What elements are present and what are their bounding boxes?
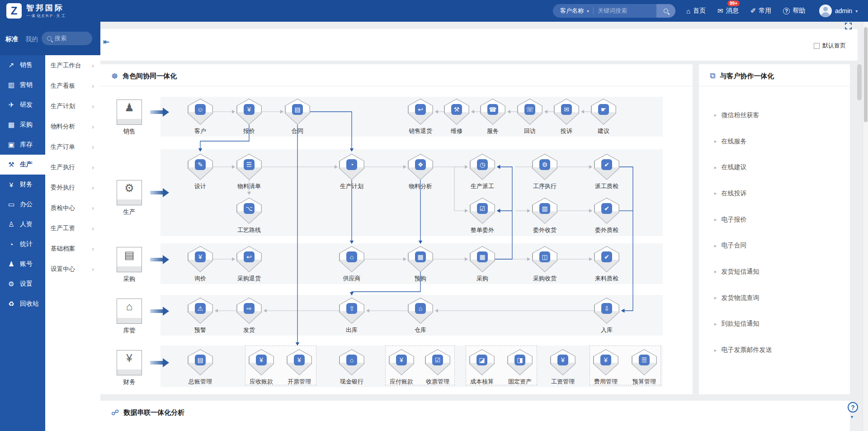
diagram-node[interactable]: ◫ 采购收货: [532, 246, 557, 272]
diagram-node[interactable]: ☛ 建议: [591, 99, 616, 125]
diagram-node[interactable]: ☑ 收票管理: [425, 349, 450, 375]
logo[interactable]: Z: [6, 3, 22, 19]
search-button[interactable]: [656, 4, 675, 18]
submenu-item[interactable]: 质检中心 ›: [45, 198, 100, 218]
diagram-node[interactable]: ☏ 回访: [517, 99, 542, 125]
help-fab[interactable]: ?: [848, 402, 858, 412]
submenu-item[interactable]: 生产订单 ›: [45, 137, 100, 157]
diagram-node[interactable]: ☰ 预算管理: [632, 349, 657, 375]
diagram-node[interactable]: ¥ 工资管理: [550, 349, 576, 375]
diagram-node[interactable]: ¥ 开票管理: [287, 349, 312, 375]
submenu-item[interactable]: 生产工作台 ›: [45, 55, 100, 76]
global-search[interactable]: 客户名称 ▾ 关键词搜索: [553, 4, 675, 18]
diagram-node[interactable]: ¥ 报价: [236, 99, 262, 125]
submenu-item[interactable]: 基础档案 ›: [45, 238, 100, 259]
diagram-node[interactable]: ⇩ 入库: [594, 298, 619, 324]
scrollbar[interactable]: [863, 22, 868, 431]
diagram-node[interactable]: ✔ 来料质检: [594, 246, 619, 272]
diagram-node[interactable]: ⚒ 维修: [444, 99, 469, 125]
sidebar-item[interactable]: ♻ 回收站: [0, 294, 45, 314]
sidebar-tab-standard[interactable]: 标准: [5, 35, 18, 43]
diagram-node[interactable]: ⇧ 出库: [339, 298, 364, 324]
sidebar-item[interactable]: ♟ 账号: [0, 254, 45, 274]
customer-panel-item[interactable]: ▸ 电子合同: [714, 232, 841, 259]
diagram-node[interactable]: ▤ 合同: [285, 99, 310, 125]
diagram-node[interactable]: ◨ 固定资产: [507, 349, 533, 375]
customer-panel-item[interactable]: ▸ 在线投诉: [714, 180, 841, 207]
customer-panel-item[interactable]: ▸ 电子发票邮件发送: [714, 337, 841, 363]
diagram-node[interactable]: ⌥ 工艺路线: [236, 198, 262, 224]
diagram-node[interactable]: ✔ 委外质检: [594, 198, 619, 224]
topbar-nav-item[interactable]: ? 帮助: [783, 7, 805, 15]
diagram-node[interactable]: ◷ 生产派工: [470, 154, 495, 180]
diagram-node[interactable]: ⇨ 发货: [236, 298, 262, 324]
diagram-node[interactable]: ☰ 物料清单: [236, 154, 262, 180]
sidebar-item[interactable]: ▦ 采购: [0, 115, 45, 135]
sidebar-item[interactable]: ¥ 财务: [0, 175, 45, 194]
diagram-node[interactable]: ▥ 委外收货: [532, 198, 557, 224]
diagram-node[interactable]: ▦ 预购: [408, 246, 433, 272]
sidebar-item[interactable]: ▥ 营销: [0, 75, 45, 95]
diagram-node[interactable]: ↩ 销售退货: [408, 99, 433, 125]
submenu-item[interactable]: 物料分析 ›: [45, 116, 100, 137]
scrollbar-thumb[interactable]: [864, 27, 868, 122]
diagram-node[interactable]: ⚙ 工序执行: [532, 154, 557, 180]
diagram-node[interactable]: ▤ 总账管理: [188, 349, 213, 375]
customer-panel-item[interactable]: ▸ 发货物流查询: [714, 285, 841, 311]
diagram-node[interactable]: ⌂ 仓库: [408, 298, 433, 324]
sidebar-item[interactable]: ▭ 办公: [0, 194, 45, 214]
sidebar-item[interactable]: ◔ 统计: [0, 234, 45, 254]
customer-panel-item[interactable]: ▸ 发货短信通知: [714, 259, 841, 285]
customer-panel-item[interactable]: ▸ 电子报价: [714, 207, 841, 233]
sidebar-item[interactable]: ✈ 研发: [0, 95, 45, 115]
submenu-item[interactable]: 生产执行 ›: [45, 157, 100, 177]
fullscreen-icon[interactable]: [845, 23, 852, 29]
diagram-node[interactable]: ✔ 派工质检: [594, 154, 619, 180]
submenu-item[interactable]: 委外执行 ›: [45, 177, 100, 198]
diagram-node[interactable]: ◔ 生产计划: [339, 154, 364, 180]
customer-panel-item[interactable]: ▸ 在线服务: [714, 128, 841, 155]
diagram-node[interactable]: ¥ 费用管理: [593, 349, 618, 375]
customer-panel-item[interactable]: ▸ 到款短信通知: [714, 311, 841, 337]
topbar-nav-item[interactable]: ✐ 常用: [750, 7, 772, 15]
topbar-nav-item[interactable]: ✉ 消息 99+: [717, 7, 739, 15]
sidebar-item[interactable]: ⚙ 设置: [0, 274, 45, 294]
diagram-node[interactable]: ¥ 应付账款: [389, 349, 414, 375]
user-menu[interactable]: admin ▾: [819, 0, 858, 22]
diagram-node[interactable]: ↩ 采购退货: [236, 246, 262, 272]
diagram-node[interactable]: ⚠ 预警: [188, 298, 213, 324]
sidebar-tab-mine[interactable]: 我的: [25, 35, 38, 43]
sidebar-item[interactable]: ♙ 人资: [0, 214, 45, 234]
diagram-node[interactable]: ✎ 设计: [188, 154, 213, 180]
diagram-node-label: 固定资产: [495, 378, 545, 386]
collapse-sidebar-icon[interactable]: ⇤: [103, 37, 109, 47]
diagram-node[interactable]: ⌂ 现金银行: [339, 349, 364, 375]
customer-panel-item[interactable]: ▸ 在线建议: [714, 154, 841, 180]
diagram-node[interactable]: ❖ 物料分析: [408, 154, 433, 180]
sidebar-search[interactable]: 搜索: [42, 32, 92, 45]
submenu-item[interactable]: 生产工资 ›: [45, 218, 100, 238]
diagram-node[interactable]: ☺ 客户: [188, 99, 213, 125]
topbar-nav-item[interactable]: ⌂ 首页: [686, 7, 706, 15]
diagram-node[interactable]: ▦ 采购: [470, 246, 495, 272]
diagram-node[interactable]: ◪ 成本核算: [469, 349, 495, 375]
default-home-option[interactable]: 默认首页: [814, 42, 846, 50]
diagram-node[interactable]: ⌂ 供应商: [339, 246, 364, 272]
diagram-node[interactable]: ¥ 询价: [188, 246, 213, 272]
diagram-node-label: 工资管理: [538, 378, 588, 386]
sidebar-item[interactable]: ↗ 销售: [0, 55, 45, 75]
submenu-item[interactable]: 生产计划 ›: [45, 96, 100, 116]
search-input[interactable]: 关键词搜索: [598, 7, 656, 15]
panel-scrollbar-thumb[interactable]: [857, 64, 862, 100]
diagram-node[interactable]: ✉ 投诉: [554, 99, 579, 125]
submenu-item[interactable]: 设置中心 ›: [45, 259, 100, 279]
diagram-node[interactable]: ☑ 整单委外: [470, 198, 495, 224]
search-category-select[interactable]: 客户名称: [560, 7, 584, 15]
sidebar-item[interactable]: ▣ 库存: [0, 135, 45, 155]
checkbox[interactable]: [814, 43, 820, 49]
submenu-item[interactable]: 生产看板 ›: [45, 76, 100, 96]
sidebar-item[interactable]: ⚒ 生产: [0, 155, 45, 175]
customer-panel-item[interactable]: ▸ 微信粉丝获客: [714, 102, 841, 128]
diagram-node[interactable]: ☎ 服务: [480, 99, 505, 125]
diagram-node[interactable]: ¥ 应收账款: [249, 349, 274, 375]
